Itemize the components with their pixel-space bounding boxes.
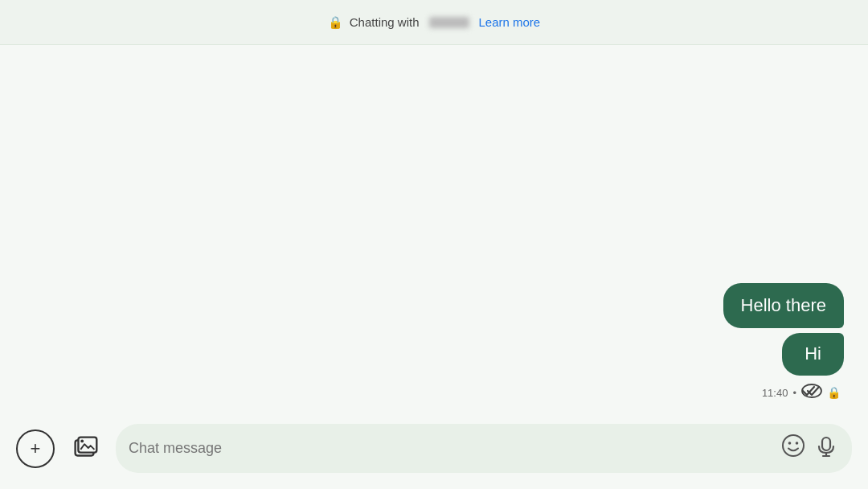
media-button[interactable] <box>66 429 104 468</box>
svg-rect-2 <box>78 438 96 453</box>
top-bar-content: 🔒 Chatting with Learn more <box>328 15 540 30</box>
mic-button[interactable] <box>813 434 839 464</box>
message-time: 11:40 <box>762 387 788 399</box>
status-dot: • <box>792 387 796 399</box>
chat-message-input[interactable] <box>129 440 773 457</box>
chatting-label: Chatting with <box>350 15 420 29</box>
chat-input-wrapper <box>116 424 852 473</box>
message-status-row: 11:40 • 🔒 <box>762 384 844 401</box>
svg-point-5 <box>788 442 792 445</box>
messages-container: Hello there Hi 11:40 • 🔒 <box>24 283 844 401</box>
message-text-hello: Hello there <box>741 295 826 315</box>
svg-point-3 <box>80 439 84 442</box>
message-text-hi: Hi <box>805 343 821 364</box>
svg-rect-7 <box>822 438 830 450</box>
microphone-icon <box>815 435 837 462</box>
message-bubble-hello: Hello there <box>723 283 844 329</box>
lock-icon-status: 🔒 <box>827 386 841 399</box>
add-button[interactable]: + <box>16 429 55 468</box>
svg-point-6 <box>796 442 799 445</box>
learn-more-link[interactable]: Learn more <box>479 15 541 29</box>
message-bubble-hi: Hi <box>782 333 844 376</box>
lock-icon-header: 🔒 <box>328 15 343 30</box>
emoji-icon <box>781 434 805 463</box>
input-bar: + <box>0 414 868 489</box>
chat-area: Hello there Hi 11:40 • 🔒 <box>0 45 868 414</box>
media-icon <box>69 431 101 466</box>
contact-name-blurred <box>429 17 469 28</box>
emoji-button[interactable] <box>780 432 807 465</box>
plus-icon: + <box>31 438 41 459</box>
svg-point-4 <box>783 435 804 456</box>
read-receipt-icon <box>801 384 822 401</box>
top-bar: 🔒 Chatting with Learn more <box>0 0 868 45</box>
